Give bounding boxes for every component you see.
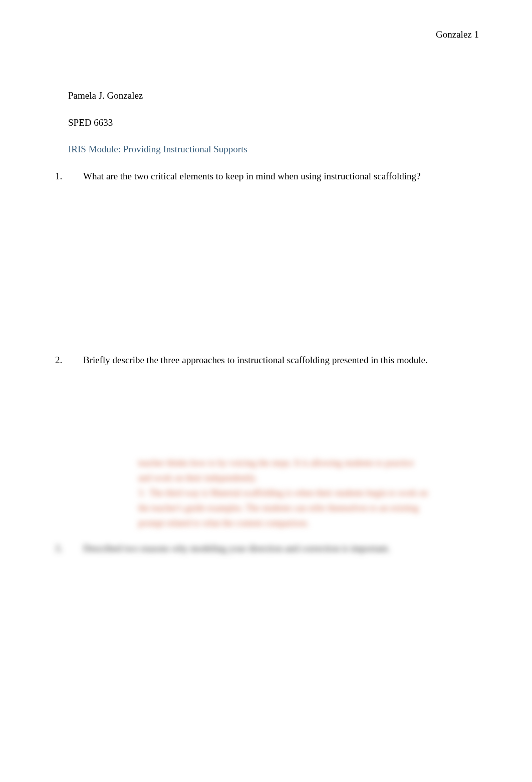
module-title: IRIS Module: Providing Instructional Sup… bbox=[68, 143, 479, 156]
header-text: Gonzalez 1 bbox=[436, 29, 479, 40]
question-number: 1. bbox=[53, 170, 83, 183]
blurred-bullet-item: 3. The third way is Material scaffolding… bbox=[138, 486, 464, 500]
answer-space bbox=[68, 198, 479, 354]
question-text: Briefly describe the three approaches to… bbox=[83, 354, 479, 367]
blurred-text-line: teacher thinks how to by voicing the ste… bbox=[138, 456, 464, 470]
question-item: 1. What are the two critical elements to… bbox=[53, 170, 479, 183]
course-code: SPED 6633 bbox=[68, 116, 479, 130]
question-item: 2. Briefly describe the three approaches… bbox=[53, 354, 479, 367]
question-text: What are the two critical elements to ke… bbox=[83, 170, 479, 183]
running-head: Gonzalez 1 bbox=[53, 28, 479, 42]
blurred-content: teacher thinks how to by voicing the ste… bbox=[68, 456, 479, 530]
blurred-text-line: prompt related to what the content compa… bbox=[138, 516, 464, 530]
blurred-text-line: and work on their independently. bbox=[138, 471, 464, 485]
blurred-question-item: 3. Described two reasons why modeling yo… bbox=[53, 542, 479, 556]
blurred-bullet-text: The third way is Material scaffolding is… bbox=[149, 486, 428, 500]
blurred-question-number: 3. bbox=[53, 542, 83, 556]
blurred-question-text: Described two reasons why modeling your … bbox=[83, 542, 390, 556]
document-page: Gonzalez 1 Pamela J. Gonzalez SPED 6633 … bbox=[0, 0, 532, 782]
blurred-text-line: the teacher's guide examples. The studen… bbox=[138, 501, 464, 515]
blurred-bullet-number: 3. bbox=[138, 486, 149, 500]
answer-space bbox=[68, 382, 479, 456]
document-content: Pamela J. Gonzalez SPED 6633 IRIS Module… bbox=[53, 89, 479, 556]
author-name: Pamela J. Gonzalez bbox=[68, 89, 479, 103]
question-number: 2. bbox=[53, 354, 83, 367]
